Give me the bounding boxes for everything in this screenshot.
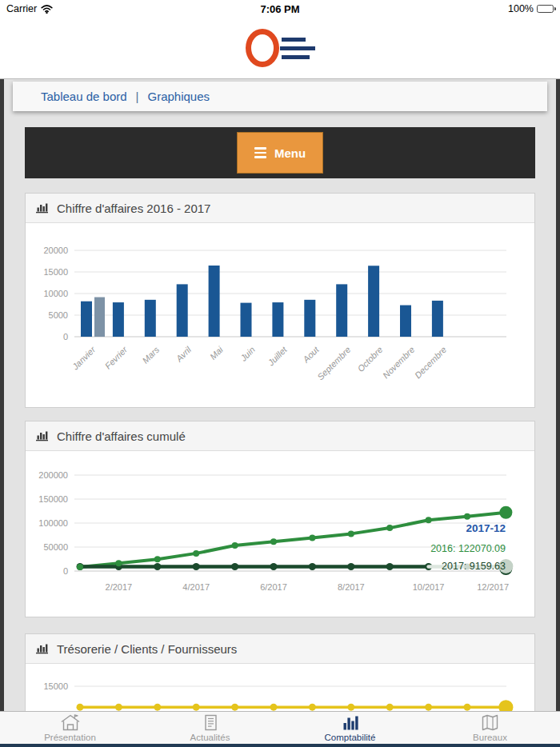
footer: Présentation Actualités xyxy=(0,711,560,747)
battery-icon xyxy=(537,5,554,13)
svg-text:200000: 200000 xyxy=(38,470,68,480)
svg-text:Juillet: Juillet xyxy=(266,344,290,368)
menu-button-label: Menu xyxy=(274,146,306,160)
card-treasury-title: Trésorerie / Clients / Fournisseurs xyxy=(57,642,237,656)
svg-text:Octobre: Octobre xyxy=(355,345,384,374)
svg-text:Mars: Mars xyxy=(140,345,161,366)
svg-text:Avril: Avril xyxy=(174,345,194,365)
svg-text:8/2017: 8/2017 xyxy=(338,582,365,592)
svg-text:Aout: Aout xyxy=(301,344,322,365)
breadcrumb-link-graphiques[interactable]: Graphiques xyxy=(148,90,210,103)
battery-percent-label: 100% xyxy=(508,3,534,14)
cumulative-line-chart[interactable]: 0500001000001500002000002/20174/20176/20… xyxy=(26,451,534,617)
svg-text:Juin: Juin xyxy=(238,345,256,363)
svg-text:0: 0 xyxy=(63,332,68,342)
home-icon xyxy=(60,713,81,732)
map-icon xyxy=(480,713,500,732)
svg-text:Decembre: Decembre xyxy=(413,345,448,380)
bar-chart-icon xyxy=(341,713,360,732)
tab-label: Présentation xyxy=(44,733,96,742)
tab-bar: Présentation Actualités xyxy=(0,711,560,744)
card-revenue: Chiffre d'affaires 2016 - 2017 050001000… xyxy=(25,193,535,408)
svg-text:2016: 122070.09: 2016: 122070.09 xyxy=(430,543,506,554)
svg-text:50000: 50000 xyxy=(43,542,68,552)
svg-text:Novembre: Novembre xyxy=(381,345,416,380)
svg-text:150000: 150000 xyxy=(38,494,68,504)
card-treasury: Trésorerie / Clients / Fournisseurs 1500… xyxy=(25,633,535,711)
svg-text:Janvier: Janvier xyxy=(70,344,98,372)
tab-actualites[interactable]: Actualités xyxy=(140,712,280,744)
app-screen: Carrier 7:06 PM 100% Tableau de bord xyxy=(0,0,560,747)
svg-text:10000: 10000 xyxy=(43,289,68,298)
breadcrumb-link-tableau-de-bord[interactable]: Tableau de bord xyxy=(41,90,127,103)
breadcrumb-separator: | xyxy=(136,90,139,103)
svg-text:2017-12: 2017-12 xyxy=(466,522,506,534)
svg-text:Fevrier: Fevrier xyxy=(103,344,130,371)
card-revenue-header: Chiffre d'affaires 2016 - 2017 xyxy=(26,194,534,223)
svg-text:Septembre: Septembre xyxy=(315,345,353,382)
chart-icon xyxy=(35,643,49,654)
card-treasury-header: Trésorerie / Clients / Fournisseurs xyxy=(26,634,534,664)
hamburger-icon xyxy=(254,147,266,158)
svg-text:0: 0 xyxy=(63,566,68,576)
news-icon xyxy=(202,713,219,732)
svg-text:2017: 9159.63: 2017: 9159.63 xyxy=(442,561,506,572)
tab-label: Actualités xyxy=(190,733,230,742)
svg-text:5000: 5000 xyxy=(49,310,68,320)
page-body: Tableau de bord | Graphiques Menu xyxy=(0,79,560,711)
chart-icon xyxy=(35,202,49,214)
svg-text:10/2017: 10/2017 xyxy=(413,582,445,592)
app-logo xyxy=(246,29,315,67)
menu-bar: Menu xyxy=(25,127,535,178)
svg-text:Mai: Mai xyxy=(208,345,225,362)
svg-text:12/2017: 12/2017 xyxy=(477,582,509,592)
svg-text:6/2017: 6/2017 xyxy=(260,582,287,592)
tab-comptabilite[interactable]: Comptabilité xyxy=(280,712,420,744)
logo-bars xyxy=(274,38,315,59)
status-bar: Carrier 7:06 PM 100% xyxy=(0,0,560,18)
tab-label: Comptabilité xyxy=(325,733,376,742)
clock-label: 7:06 PM xyxy=(0,3,560,15)
revenue-bar-chart[interactable]: 05000100001500020000JanvierFevrierMarsAv… xyxy=(26,223,534,407)
svg-text:4/2017: 4/2017 xyxy=(182,582,210,592)
bottom-strip xyxy=(0,744,560,747)
card-cumulative-title: Chiffre d'affaires cumulé xyxy=(57,429,186,443)
chart-icon xyxy=(35,430,49,441)
card-revenue-title: Chiffre d'affaires 2016 - 2017 xyxy=(57,202,210,215)
svg-text:100000: 100000 xyxy=(38,518,68,528)
tab-presentation[interactable]: Présentation xyxy=(0,712,140,744)
card-cumulative: Chiffre d'affaires cumulé 05000010000015… xyxy=(25,421,535,617)
tab-bureaux[interactable]: Bureaux xyxy=(420,712,560,744)
card-cumulative-header: Chiffre d'affaires cumulé xyxy=(26,421,534,451)
svg-text:2/2017: 2/2017 xyxy=(106,582,133,592)
app-header xyxy=(0,18,560,79)
breadcrumb: Tableau de bord | Graphiques xyxy=(13,82,547,111)
svg-text:20000: 20000 xyxy=(43,246,68,255)
svg-text:15000: 15000 xyxy=(43,681,68,691)
treasury-line-chart[interactable]: 150007500 xyxy=(26,664,534,711)
svg-text:15000: 15000 xyxy=(43,267,68,277)
tab-label: Bureaux xyxy=(473,733,507,742)
menu-button[interactable]: Menu xyxy=(237,132,323,174)
